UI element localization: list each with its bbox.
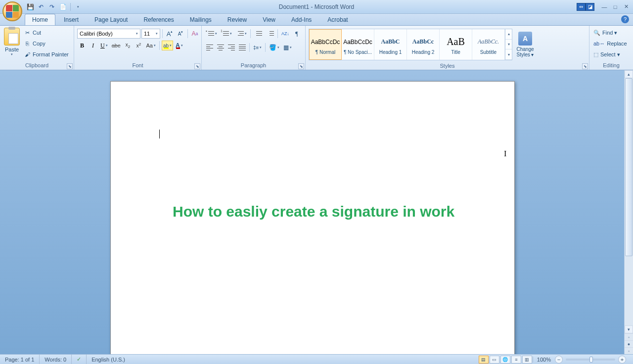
superscript-button[interactable]: x2 <box>134 41 143 50</box>
sort-button[interactable]: AZ↓ <box>280 29 291 39</box>
minimize-button[interactable]: — <box>599 3 609 11</box>
find-button[interactable]: 🔍Find ▾ <box>593 28 617 38</box>
tab-page-layout[interactable]: Page Layout <box>87 14 135 25</box>
show-paragraph-marks-button[interactable]: ¶ <box>292 29 302 39</box>
page[interactable]: How to easliy create a signature in work… <box>110 81 515 354</box>
gallery-down-icon[interactable]: ▾ <box>505 40 512 50</box>
web-layout-view-button[interactable]: 🌐 <box>500 356 510 364</box>
align-center-button[interactable] <box>216 43 226 52</box>
restore-toggle-left-icon[interactable]: ⇔ <box>577 3 586 11</box>
styles-launcher[interactable]: ⬊ <box>582 63 588 69</box>
style-heading-1[interactable]: AaBbCHeading 1 <box>374 29 407 60</box>
align-left-button[interactable] <box>205 43 215 52</box>
undo-icon[interactable]: ↶ <box>37 2 45 11</box>
shading-button[interactable]: 🪣 <box>268 43 281 52</box>
clipboard-launcher[interactable]: ⬊ <box>67 63 73 69</box>
italic-button[interactable]: I <box>88 41 98 50</box>
zoom-slider[interactable] <box>566 359 615 361</box>
save-icon[interactable]: 💾 <box>26 2 35 11</box>
zoom-in-button[interactable]: + <box>618 356 626 364</box>
bullets-button[interactable] <box>205 29 219 39</box>
maximize-button[interactable]: □ <box>610 3 620 11</box>
gallery-more-icon[interactable]: ▾ <box>505 49 512 60</box>
font-color-button[interactable]: A <box>174 41 184 50</box>
tab-add-ins[interactable]: Add-Ins <box>284 14 319 25</box>
scroll-thumb[interactable] <box>625 78 633 256</box>
tab-insert[interactable]: Insert <box>56 14 86 25</box>
zoom-level[interactable]: 100% <box>533 357 555 363</box>
style-no-spacing[interactable]: AaBbCcDc¶ No Spaci... <box>342 29 374 60</box>
strikethrough-button[interactable]: abc <box>110 41 122 50</box>
tab-home[interactable]: Home <box>25 14 55 25</box>
style-subtitle[interactable]: AaBbCc.Subtitle <box>472 29 505 60</box>
change-case-button[interactable]: Aa <box>144 41 157 50</box>
shrink-font-button[interactable]: A▾ <box>176 29 185 39</box>
gallery-up-icon[interactable]: ▴ <box>505 29 512 40</box>
line-spacing-button[interactable]: ‡≡ <box>252 43 263 52</box>
tab-mailings[interactable]: Mailings <box>182 14 219 25</box>
borders-button[interactable]: ▦ <box>282 43 293 52</box>
style-preview: AaB <box>447 35 465 49</box>
redo-icon[interactable]: ↷ <box>47 2 56 11</box>
select-button[interactable]: ⬚Select ▾ <box>593 49 620 59</box>
paste-button[interactable]: Paste ▾ <box>2 27 22 57</box>
proofing-icon: ✓ <box>77 356 81 363</box>
justify-button[interactable] <box>237 43 247 52</box>
window-controls: ⇔ ◪ — □ ✕ <box>577 3 631 11</box>
zoom-slider-thumb[interactable] <box>589 357 593 363</box>
separator <box>265 43 266 52</box>
find-label: Find ▾ <box>602 30 617 36</box>
tab-acrobat[interactable]: Acrobat <box>320 14 355 25</box>
underline-button[interactable]: U <box>99 41 109 50</box>
qat-customize-icon[interactable]: ▾ <box>74 2 83 11</box>
language-indicator[interactable]: English (U.S.) <box>87 355 130 364</box>
page-indicator[interactable]: Page: 1 of 1 <box>0 355 40 364</box>
highlight-color-button[interactable]: ab <box>162 41 173 50</box>
office-button[interactable] <box>2 1 22 21</box>
next-page-button[interactable]: ◦ <box>625 347 633 354</box>
style-name: ¶ Normal <box>311 49 340 55</box>
proofing-status[interactable]: ✓ <box>72 355 87 364</box>
full-screen-view-button[interactable]: ▭ <box>490 356 499 364</box>
align-right-icon <box>228 45 235 50</box>
print-layout-view-button[interactable]: ▤ <box>479 356 489 364</box>
draft-view-button[interactable]: ▥ <box>522 356 532 364</box>
decrease-indent-button[interactable] <box>253 29 264 39</box>
tab-references[interactable]: References <box>136 14 181 25</box>
help-button[interactable]: ? <box>621 15 629 23</box>
outline-view-button[interactable]: ≡ <box>511 356 521 364</box>
browse-object-button[interactable]: ● <box>625 340 633 347</box>
new-doc-icon[interactable]: 📄 <box>58 2 67 11</box>
copy-button[interactable]: ⎘Copy <box>24 39 69 48</box>
style-title[interactable]: AaBTitle <box>440 29 472 60</box>
align-right-button[interactable] <box>226 43 236 52</box>
bold-button[interactable]: B <box>77 41 87 50</box>
font-launcher[interactable]: ⬊ <box>194 63 200 69</box>
grow-font-button[interactable]: A▴ <box>165 29 175 39</box>
scroll-up-button[interactable]: ▴ <box>625 70 633 78</box>
restore-toggle-right-icon[interactable]: ◪ <box>586 3 594 11</box>
word-count[interactable]: Words: 0 <box>40 355 72 364</box>
scroll-track[interactable] <box>625 78 633 325</box>
increase-indent-button[interactable] <box>265 29 275 39</box>
font-name-combo[interactable]: Calibri (Body)▾ <box>77 29 140 39</box>
cut-button[interactable]: ✂Cut <box>24 28 69 38</box>
tab-view[interactable]: View <box>255 14 283 25</box>
multilevel-list-button[interactable] <box>234 29 248 39</box>
font-size-combo[interactable]: 11▾ <box>141 29 160 39</box>
scroll-down-button[interactable]: ▾ <box>625 325 633 333</box>
document-area[interactable]: How to easliy create a signature in work… <box>0 70 624 354</box>
subscript-button[interactable]: x2 <box>123 41 133 50</box>
tab-review[interactable]: Review <box>220 14 254 25</box>
paragraph-launcher[interactable]: ⬊ <box>298 63 304 69</box>
replace-button[interactable]: ab↔Replace <box>593 39 627 48</box>
style-heading-2[interactable]: AaBbCcHeading 2 <box>407 29 440 60</box>
prev-page-button[interactable]: ◦ <box>625 333 633 340</box>
numbering-button[interactable] <box>220 29 233 39</box>
format-painter-button[interactable]: 🖌Format Painter <box>24 49 69 59</box>
change-styles-button[interactable]: A Change Styles ▾ <box>514 29 536 60</box>
style-normal[interactable]: AaBbCcDc¶ Normal <box>309 29 342 60</box>
close-button[interactable]: ✕ <box>621 3 631 11</box>
zoom-out-button[interactable]: − <box>555 356 563 364</box>
clear-formatting-button[interactable]: Aa <box>190 29 200 39</box>
